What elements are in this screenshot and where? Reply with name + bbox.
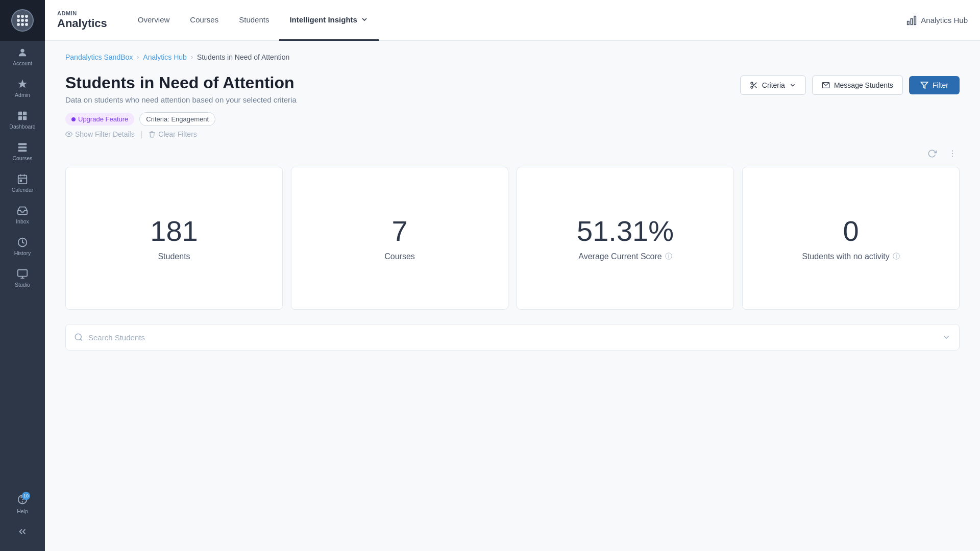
svg-rect-2 [23, 112, 27, 115]
sidebar-item-inbox[interactable]: Inbox [0, 199, 45, 231]
top-nav: ADMIN Analytics Overview Courses Student… [45, 0, 980, 41]
criteria-button[interactable]: Criteria [740, 76, 806, 95]
header-actions: Criteria Message Students Filter [740, 76, 960, 95]
content-area: Pandalytics SandBox › Analytics Hub › St… [45, 41, 980, 551]
collapse-icon [17, 526, 28, 537]
upgrade-feature-badge[interactable]: Upgrade Feature [65, 113, 134, 126]
sidebar-item-label: Account [13, 60, 32, 66]
sidebar-item-dashboard[interactable]: Dashboard [0, 104, 45, 136]
svg-rect-20 [911, 18, 913, 24]
svg-rect-5 [18, 143, 27, 145]
svg-line-26 [752, 84, 754, 85]
breadcrumb-analytics-hub[interactable]: Analytics Hub [143, 53, 187, 61]
svg-point-33 [75, 334, 81, 340]
sidebar-item-history[interactable]: History [0, 231, 45, 262]
analytics-hub-icon [906, 15, 917, 26]
sidebar-item-admin[interactable]: Admin [0, 72, 45, 104]
avg-score-info-icon[interactable]: ⓘ [665, 252, 672, 261]
stats-toolbar [65, 146, 960, 161]
svg-rect-14 [18, 270, 27, 277]
calendar-icon [17, 173, 28, 185]
history-icon [17, 237, 28, 248]
nav-links: Overview Courses Students Intelligent In… [128, 0, 906, 41]
refresh-icon [927, 149, 937, 158]
stat-courses-value: 7 [391, 215, 407, 247]
refresh-button[interactable] [925, 146, 939, 161]
no-activity-info-icon[interactable]: ⓘ [893, 252, 900, 261]
search-section [65, 324, 960, 350]
stat-no-activity-value: 0 [843, 215, 859, 247]
stats-grid: 181 Students 7 Courses 51.31% Average Cu… [65, 167, 960, 310]
clear-filters-link[interactable]: Clear Filters [149, 130, 197, 138]
search-input[interactable] [88, 333, 942, 342]
intelligent-insights-dropdown: Intelligent Insights [289, 15, 369, 24]
nav-link-courses[interactable]: Courses [180, 0, 229, 41]
upgrade-dot [71, 117, 76, 121]
svg-rect-3 [18, 116, 22, 120]
svg-rect-1 [18, 112, 22, 115]
breadcrumb-pandalytics[interactable]: Pandalytics SandBox [65, 53, 133, 61]
nav-link-overview[interactable]: Overview [128, 0, 180, 41]
dashboard-icon [17, 110, 28, 121]
nav-link-intelligent-insights[interactable]: Intelligent Insights [279, 0, 379, 41]
filter-icon [920, 81, 928, 89]
svg-marker-28 [921, 82, 927, 88]
svg-line-25 [754, 86, 756, 88]
criteria-engagement-badge[interactable]: Criteria: Engagement [139, 112, 215, 126]
sidebar-item-studio[interactable]: Studio [0, 262, 45, 294]
stat-card-students: 181 Students [65, 167, 283, 310]
sidebar-item-help[interactable]: 10 Help [0, 488, 45, 520]
sidebar-item-account[interactable]: Account [0, 41, 45, 72]
stat-students-value: 181 [150, 215, 198, 247]
svg-point-29 [68, 133, 70, 135]
nav-link-students[interactable]: Students [229, 0, 279, 41]
sidebar-item-courses[interactable]: Courses [0, 136, 45, 167]
breadcrumb-current: Students in Need of Attention [197, 53, 289, 61]
inbox-icon [17, 205, 28, 216]
eye-icon [65, 131, 72, 138]
page-title: Students in Need of Attention [65, 73, 297, 92]
analytics-hub-label: Analytics Hub [921, 16, 968, 24]
search-expand-icon[interactable] [942, 333, 951, 342]
nav-right-analytics-hub[interactable]: Analytics Hub [906, 15, 968, 26]
sidebar-item-calendar[interactable]: Calendar [0, 167, 45, 199]
sidebar-item-inbox-label: Inbox [16, 218, 29, 224]
stat-avg-score-value: 51.31% [577, 215, 674, 247]
svg-rect-4 [23, 116, 27, 120]
help-badge-container: 10 [17, 494, 28, 506]
sidebar-logo[interactable] [0, 0, 45, 41]
svg-rect-8 [18, 176, 27, 184]
sidebar-item-help-label: Help [17, 508, 28, 514]
filter-button[interactable]: Filter [909, 76, 960, 94]
page-subtitle: Data on students who need attention base… [65, 95, 297, 104]
trash-icon [149, 131, 156, 138]
message-icon [822, 81, 830, 89]
collapse-button[interactable] [0, 520, 45, 543]
search-icon [74, 333, 83, 342]
brand: ADMIN Analytics [57, 10, 107, 31]
filter-divider: | [141, 130, 143, 138]
filter-actions-row: Show Filter Details | Clear Filters [65, 130, 960, 138]
message-students-button[interactable]: Message Students [812, 76, 903, 95]
filter-badges-row: Upgrade Feature Criteria: Engagement [65, 112, 960, 126]
svg-point-31 [952, 153, 953, 154]
logo-circle [11, 9, 34, 32]
criteria-chevron-icon [789, 82, 796, 89]
svg-point-30 [952, 151, 953, 152]
page-title-section: Students in Need of Attention Data on st… [65, 73, 297, 104]
stat-card-no-activity: 0 Students with no activity ⓘ [742, 167, 960, 310]
studio-icon [17, 268, 28, 280]
brand-admin: ADMIN [57, 10, 107, 17]
admin-icon [17, 79, 28, 90]
show-filter-details-link[interactable]: Show Filter Details [65, 130, 135, 138]
stat-students-label: Students [158, 252, 190, 261]
svg-line-34 [80, 339, 82, 340]
svg-point-32 [952, 156, 953, 157]
svg-rect-19 [908, 21, 909, 24]
svg-rect-21 [914, 16, 916, 24]
help-badge-count: 10 [22, 492, 30, 500]
chevron-down-icon [360, 15, 369, 23]
more-options-button[interactable] [945, 146, 960, 161]
sidebar-item-calendar-label: Calendar [12, 187, 34, 193]
stat-no-activity-label: Students with no activity ⓘ [802, 252, 900, 261]
